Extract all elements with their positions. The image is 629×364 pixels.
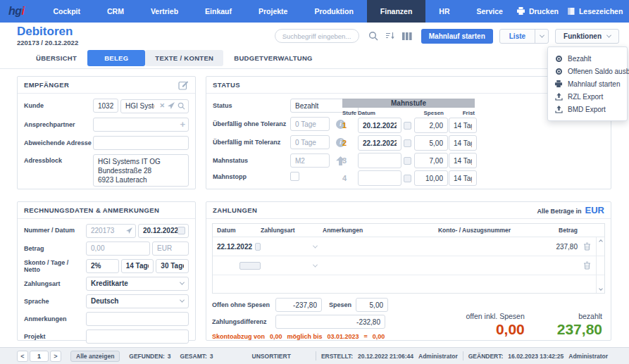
geaendert-user: Administrator xyxy=(568,353,608,360)
liste-chevron[interactable] xyxy=(535,30,548,43)
projekt-input[interactable] xyxy=(86,330,189,344)
payment-datum: 22.12.2022 xyxy=(217,243,252,251)
nav-item-produktion[interactable]: Produktion xyxy=(301,0,366,23)
geaendert-label: GEÄNDERT: xyxy=(468,353,504,360)
chevron-down-icon[interactable] xyxy=(313,243,318,248)
mahnlauf-starten-button[interactable]: Mahnlauf starten xyxy=(421,29,493,44)
search-icon[interactable] xyxy=(368,31,378,41)
mahnstufe-datum-input[interactable] xyxy=(358,118,401,133)
spesen-label: Spesen xyxy=(329,301,351,308)
menu-item-bezahlt[interactable]: Bezahlt xyxy=(548,52,627,65)
mahnstufe-datum-input[interactable] xyxy=(358,153,401,168)
mahnstufe-spesen-input[interactable] xyxy=(414,170,448,186)
nav-item-service[interactable]: Service xyxy=(463,0,516,23)
adressblock-text[interactable]: HGI Systems IT OG Bundesstraße 28 6923 L… xyxy=(93,154,189,187)
nummer-datum-label: Nummer / Datum xyxy=(24,227,86,234)
scroll-up-icon[interactable] xyxy=(599,239,603,244)
payment-row[interactable]: 22.12.2022 237,80 xyxy=(213,237,604,256)
calendar-icon[interactable] xyxy=(178,227,185,234)
scroll-down-icon[interactable] xyxy=(599,287,603,291)
tab-budgetverwaltung[interactable]: BUDGETVERWALTUNG xyxy=(223,50,323,66)
lesezeichen-button[interactable]: Lesezeichen xyxy=(567,7,623,15)
sort-icon[interactable] xyxy=(385,32,395,40)
edit-icon[interactable] xyxy=(178,80,189,90)
drucken-button[interactable]: Drucken xyxy=(516,7,559,15)
goto-customer-icon[interactable] xyxy=(168,102,175,109)
mahnstufe-datum-input[interactable] xyxy=(358,135,401,151)
betrag-input[interactable] xyxy=(86,241,150,256)
menu-item-offenen-saldo[interactable]: Offenen Saldo ausbuch. xyxy=(548,65,627,77)
columns-icon[interactable] xyxy=(402,32,412,40)
search-input[interactable] xyxy=(275,29,359,43)
nav-item-cockpit[interactable]: Cockpit xyxy=(40,0,94,23)
lookup-icon[interactable] xyxy=(178,102,185,110)
anmerkungen-input[interactable] xyxy=(86,312,189,326)
menu-item-bmd-export[interactable]: BMD Export xyxy=(548,103,627,115)
kunde-label: Kunde xyxy=(24,102,93,109)
mahnstufe-frist-input[interactable] xyxy=(449,153,477,168)
nav-item-vertrieb[interactable]: Vertrieb xyxy=(137,0,192,23)
prev-page-button[interactable]: < xyxy=(17,351,28,362)
mahnstufe-datum-input[interactable] xyxy=(358,170,401,186)
currency-code[interactable]: EUR xyxy=(585,205,604,215)
calendar-icon[interactable] xyxy=(404,122,411,130)
waehrung-input[interactable] xyxy=(152,241,189,256)
kunde-number-input[interactable] xyxy=(93,99,118,113)
liste-button[interactable]: Liste xyxy=(499,29,549,44)
abweichende-adresse-input[interactable] xyxy=(93,136,189,150)
sprache-select[interactable]: Deutsch xyxy=(86,294,189,308)
mahnstufe-spesen-input[interactable] xyxy=(414,135,448,151)
calendar-icon[interactable] xyxy=(404,139,411,147)
calendar-icon[interactable] xyxy=(255,243,261,251)
table-scrollbar[interactable] xyxy=(596,237,604,293)
mahnstufe-frist-input[interactable] xyxy=(449,135,477,151)
tab-texte-konten[interactable]: TEXTE / KONTEN xyxy=(145,50,223,66)
nav-item-projekte[interactable]: Projekte xyxy=(245,0,301,23)
ueberfaellig-ohne-input[interactable] xyxy=(290,117,330,131)
menu-item-mahnlauf-starten[interactable]: Mahnlauf starten xyxy=(548,77,627,90)
alle-anzeigen-button[interactable]: Alle anzeigen xyxy=(70,351,120,362)
chevron-down-icon[interactable] xyxy=(313,262,318,267)
next-page-button[interactable]: > xyxy=(50,351,61,362)
add-contact-icon[interactable]: + xyxy=(180,119,185,130)
mahnstopp-checkbox[interactable] xyxy=(290,172,299,181)
nav-item-hr[interactable]: HR xyxy=(425,0,463,23)
nav-item-finanzen[interactable]: Finanzen xyxy=(367,0,426,23)
calendar-icon[interactable] xyxy=(404,157,411,165)
spesen-input[interactable] xyxy=(356,298,388,312)
goto-invoice-icon[interactable] xyxy=(126,227,132,234)
funktionen-button[interactable]: Funktionen xyxy=(555,29,619,44)
offen-ohne-spesen-input[interactable] xyxy=(275,298,322,312)
mahnstufe-spesen-input[interactable] xyxy=(414,153,448,168)
skonto-tage-input[interactable] xyxy=(121,259,154,273)
zahlungsart-select[interactable]: Kreditkarte xyxy=(86,277,189,291)
tab-beleg[interactable]: BELEG xyxy=(87,50,145,66)
netto-tage-input[interactable] xyxy=(156,259,189,273)
clear-icon[interactable]: ✕ xyxy=(159,102,165,109)
skonto-prozent-input[interactable] xyxy=(86,259,119,273)
payment-row[interactable] xyxy=(213,256,604,275)
calendar-icon[interactable] xyxy=(239,262,261,270)
trash-icon[interactable] xyxy=(578,242,596,251)
mahnstufe-frist-input[interactable] xyxy=(449,170,477,186)
mahnstatus-input[interactable] xyxy=(290,153,330,168)
mahnstufe-title: Mahnstufe xyxy=(342,99,475,108)
bezahlt-value: 237,80 xyxy=(557,321,602,338)
mahnstufe-frist-input[interactable] xyxy=(449,118,477,133)
upload-icon xyxy=(554,106,563,113)
menu-item-rzl-export[interactable]: RZL Export xyxy=(548,90,627,103)
col-zahlungsart: Zahlungsart xyxy=(261,227,323,234)
calendar-icon[interactable] xyxy=(404,175,411,182)
trash-icon[interactable] xyxy=(578,261,596,270)
ansprechpartner-input[interactable] xyxy=(93,118,189,132)
nav-item-einkauf[interactable]: Einkauf xyxy=(192,0,245,23)
menu-item-label: Mahnlauf starten xyxy=(568,80,621,88)
statusbar-divider xyxy=(463,351,463,360)
mahnstufe-spesen-input[interactable] xyxy=(414,118,448,133)
hgi-logo[interactable]: hgi xyxy=(0,5,30,18)
tab-uebersicht[interactable]: ÜBERSICHT xyxy=(25,50,87,66)
zahlungsdifferenz-input[interactable] xyxy=(275,315,385,329)
ueberfaellig-mit-input[interactable] xyxy=(290,135,330,149)
nav-item-crm[interactable]: CRM xyxy=(94,0,137,23)
page-input[interactable] xyxy=(30,351,49,362)
